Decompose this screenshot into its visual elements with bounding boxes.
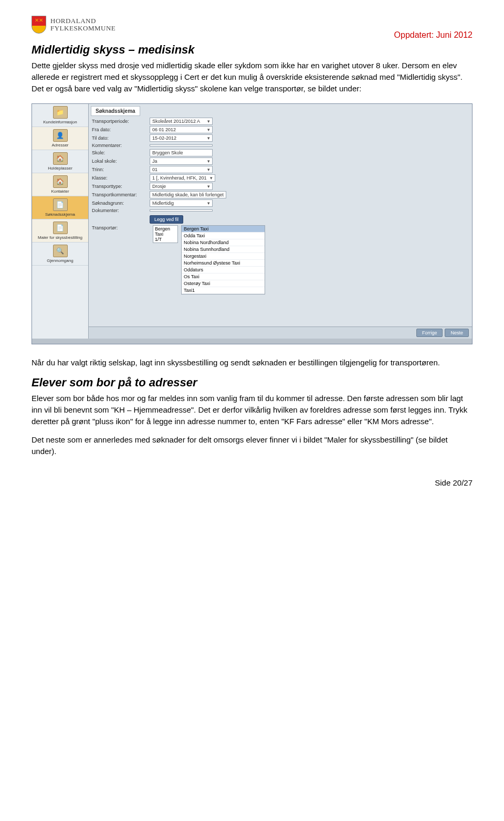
field-value[interactable]: 1 [, Kvinnherad, HFK, 201 xyxy=(150,174,215,182)
pane-title: Søknadsskjema xyxy=(91,106,140,116)
transportor-option-2[interactable]: Nobina Nordhordland xyxy=(182,239,265,246)
section2-extra: Det neste som er annerledes med søknader… xyxy=(32,434,472,457)
transportor-option-6[interactable]: Oddaturs xyxy=(182,267,265,273)
sheet-icon: 📄 xyxy=(53,222,68,234)
form-row-6: Trinn:01 xyxy=(89,165,472,174)
sidebar-item-6[interactable]: 🔍Gjennomgang xyxy=(32,243,88,266)
field-value[interactable]: 06 01 2012 xyxy=(150,126,213,133)
field-value[interactable]: Midlertidig xyxy=(150,199,213,207)
field-label: Fra dato: xyxy=(92,127,150,132)
sidebar-item-label: Holdeplasser xyxy=(48,166,72,171)
form-row-11: Dokumenter: xyxy=(89,207,472,214)
sidebar-item-5[interactable]: 📄Maler for skyssbestilling xyxy=(32,219,88,243)
sidebar-item-label: Gjennomgang xyxy=(47,258,73,263)
sidebar-item-label: Maler for skyssbestilling xyxy=(38,235,82,240)
wizard-footer: Forrige Neste xyxy=(89,327,472,339)
transportor-option-4[interactable]: Norgestaxi xyxy=(182,253,265,260)
after-image-paragraph: Når du har valgt riktig selskap, lagt in… xyxy=(32,357,472,369)
section1-body: Dette gjelder skyss med drosje ved midle… xyxy=(32,60,472,94)
section-title-to-adresser: Elever som bor på to adresser xyxy=(32,376,472,390)
prev-button[interactable]: Forrige xyxy=(416,329,443,337)
sidebar-item-1[interactable]: 👤Adresser xyxy=(32,127,88,150)
field-label: Søknadsgrunn: xyxy=(92,201,150,206)
brand-line1: HORDALAND xyxy=(50,17,116,25)
sidebar-item-label: Kontakter xyxy=(51,189,69,194)
form-row-10: Søknadsgrunn:Midlertidig xyxy=(89,199,472,207)
transportor-dropdown[interactable]: Bergen TaxiOdda TaxiNobina NordhordlandN… xyxy=(181,225,265,294)
form-row-9: Transportkommentar:Midlertidig skade, ka… xyxy=(89,191,472,199)
form-row-3: Kommentarer: xyxy=(89,142,472,149)
sidebar-item-label: Adresser xyxy=(51,143,68,148)
sheet-icon: 📄 xyxy=(53,198,68,211)
transportor-label: Transportør: xyxy=(92,225,150,230)
field-label: Transportkommentar: xyxy=(92,192,150,197)
field-label: Kommentarer: xyxy=(92,143,150,148)
transportor-option-1[interactable]: Odda Taxi xyxy=(182,233,265,239)
transportor-option-7[interactable]: Os Taxi xyxy=(182,273,265,280)
section-title-midlertidig: Midlertidig skyss – medisinsk xyxy=(32,43,472,57)
field-label: Transportperiode: xyxy=(92,119,150,124)
field-value[interactable]: Skoleåret 2011/2012 A xyxy=(150,118,213,125)
field-label: Trinn: xyxy=(92,167,150,172)
page-number: Side 20/27 xyxy=(32,478,472,487)
field-value[interactable]: Bryggen Skole xyxy=(150,149,213,156)
transportor-option-0[interactable]: Bergen Taxi xyxy=(182,226,265,233)
main-pane: Søknadsskjema Transportperiode:Skoleåret… xyxy=(89,104,472,339)
field-label: Transporttype: xyxy=(92,184,150,189)
field-value[interactable]: 01 xyxy=(150,166,213,173)
brand-line2: FYLKESKOMMUNE xyxy=(50,25,116,32)
user-icon: 👤 xyxy=(53,129,68,142)
sidebar-item-label: Kundeinformasjon xyxy=(43,120,77,124)
transportor-option-8[interactable]: Osterøy Taxi xyxy=(182,280,265,287)
field-value[interactable]: 15-02-2012 xyxy=(150,134,213,142)
transportor-selected[interactable]: Bergen Taxi 1/T xyxy=(153,225,178,243)
sidebar: 📁Kundeinformasjon👤Adresser🏠Holdeplasser🏠… xyxy=(32,104,89,339)
form-row-4: Skole:Bryggen Skole xyxy=(89,149,472,157)
folder-icon: 📁 xyxy=(53,106,68,119)
form-row-5: Lokal skole:Ja xyxy=(89,157,472,165)
brand-text: HORDALAND FYLKESKOMMUNE xyxy=(50,17,116,31)
field-label: Lokal skole: xyxy=(92,159,150,164)
form-row-2: Til dato:15-02-2012 xyxy=(89,134,472,142)
house-icon: 🏠 xyxy=(53,175,68,188)
attach-file-button[interactable]: Legg ved fil xyxy=(150,215,183,224)
statusbar xyxy=(32,339,472,344)
field-value[interactable]: Drosje xyxy=(150,183,213,190)
transportor-option-9[interactable]: Taxi1 xyxy=(182,287,265,294)
form-row-7: Klasse:1 [, Kvinnherad, HFK, 201 xyxy=(89,174,472,182)
sidebar-item-3[interactable]: 🏠Kontakter xyxy=(32,173,88,196)
field-label: Klasse: xyxy=(92,175,150,181)
house-icon: 🏠 xyxy=(53,152,68,165)
field-value[interactable]: Ja xyxy=(150,157,213,165)
form-row-8: Transporttype:Drosje xyxy=(89,182,472,191)
field-value[interactable]: Midlertidig skade, kan bli forlenget xyxy=(150,191,226,198)
sidebar-item-4[interactable]: 📄Søknadsskjema xyxy=(32,196,88,219)
transportor-option-3[interactable]: Nobina Sunnhordland xyxy=(182,246,265,253)
section2-body: Elever som bor både hos mor og far melde… xyxy=(32,393,472,427)
transportor-option-5[interactable]: Norheimsund Øystese Taxi xyxy=(182,260,265,267)
field-value[interactable] xyxy=(150,209,213,212)
next-button[interactable]: Neste xyxy=(445,329,469,337)
field-label: Dokumenter: xyxy=(92,208,150,213)
lens-icon: 🔍 xyxy=(53,245,68,257)
form-row-1: Fra dato:06 01 2012 xyxy=(89,125,472,134)
app-screenshot: 📁Kundeinformasjon👤Adresser🏠Holdeplasser🏠… xyxy=(32,103,472,344)
field-label: Skole: xyxy=(92,150,150,155)
sidebar-item-label: Søknadsskjema xyxy=(45,212,75,217)
field-value[interactable] xyxy=(150,144,213,146)
field-label: Til dato: xyxy=(92,135,150,141)
form-row-0: Transportperiode:Skoleåret 2011/2012 A xyxy=(89,117,472,125)
shield-icon: ✕✕ xyxy=(32,16,46,34)
sidebar-item-2[interactable]: 🏠Holdeplasser xyxy=(32,150,88,173)
sidebar-item-0[interactable]: 📁Kundeinformasjon xyxy=(32,104,88,127)
